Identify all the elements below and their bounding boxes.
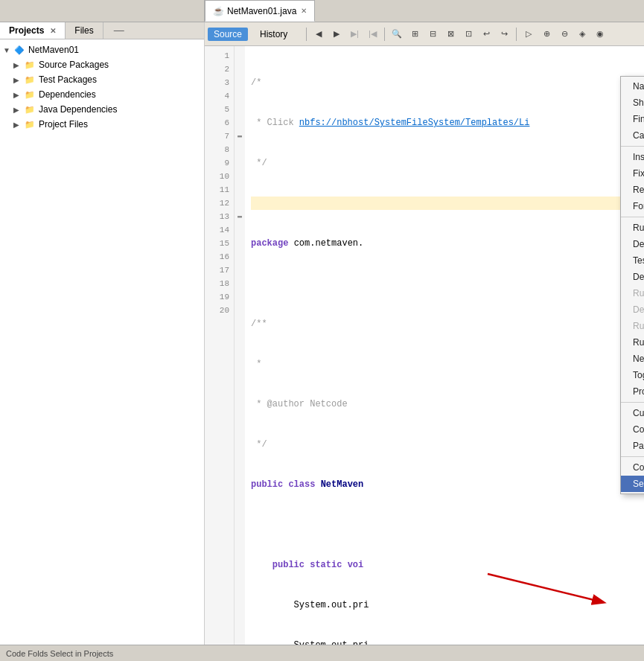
folder-icon: 📁 <box>24 118 36 130</box>
app-container: ☕ NetMaven01.java ✕ Projects ✕ Files — ▼ <box>0 0 644 661</box>
menu-item-run-into-method[interactable]: Run Into Method <box>621 318 644 334</box>
toolbar-btn-6[interactable]: ↪ <box>496 26 512 42</box>
left-panel: Projects ✕ Files — ▼ 🔷 NetMaven01 <box>0 22 205 645</box>
folder-icon: 📁 <box>24 103 36 115</box>
code-content[interactable]: /* * Click nbfs://nbhost/SystemFileSyste… <box>245 46 644 645</box>
folder-icon: 📁 <box>24 59 36 71</box>
tree-item-test-packages[interactable]: ▶ 📁 Test Packages <box>0 72 204 87</box>
menu-item-run-maven[interactable]: Run Maven ▶ <box>621 334 644 351</box>
toolbar-btn-3[interactable]: ⊠ <box>442 26 459 42</box>
toolbar-btn-10[interactable]: ◈ <box>574 26 590 42</box>
menu-item-toggle-breakpoint[interactable]: Toggle Line Breakpoint Ctrl+F8 <box>621 367 644 383</box>
menu-item-show-javadoc[interactable]: Show Javadoc <box>621 95 644 111</box>
code-line-15: System.out.pri <box>251 639 638 645</box>
fold-marker-13[interactable]: ▬ <box>235 210 245 223</box>
menu-item-find-usages-label: Find Usages <box>633 114 644 124</box>
tree-item-java-dependencies-label: Java Dependencies <box>39 104 117 115</box>
toolbar-step-button[interactable]: ▶| <box>346 26 363 42</box>
menu-item-debug-focused-test-label: Debug Focused Test Method <box>633 304 644 315</box>
tree-item-project-files[interactable]: ▶ 📁 Project Files <box>0 117 204 132</box>
code-line-12 <box>251 518 638 531</box>
toolbar-forward-button[interactable]: ▶ <box>328 26 345 42</box>
menu-item-debug-test-file-label: Debug Test File <box>633 272 644 282</box>
menu-item-debug-focused-test[interactable]: Debug Focused Test Method <box>621 301 644 318</box>
menu-item-debug-file[interactable]: Debug File Ctrl+Shift+F5 <box>621 236 644 252</box>
code-line-3: */ <box>251 156 638 170</box>
toolbar-btn-5[interactable]: ↩ <box>478 26 494 42</box>
tab-source[interactable]: Source <box>208 28 248 41</box>
menu-item-profile[interactable]: Profile ▶ <box>621 383 644 400</box>
panel-tab-bar: Projects ✕ Files — <box>0 22 204 39</box>
code-line-9: * @author Netcode <box>251 397 638 411</box>
menu-item-cut-label: Cut <box>633 408 644 418</box>
toolbar-btn-11[interactable]: ◉ <box>592 26 608 42</box>
tree-item-source-packages-label: Source Packages <box>39 60 109 70</box>
editor-file-tab-label: NetMaven01.java <box>227 6 296 16</box>
menu-item-copy-label: Copy <box>633 424 644 435</box>
menu-item-cut[interactable]: Cut Ctrl+X <box>621 405 644 421</box>
menu-item-run-focused-test[interactable]: Run Focused Test Method <box>621 285 644 301</box>
fold-gutter: ▬ ▬ <box>235 46 245 645</box>
menu-item-fix-imports-label: Fix Imports <box>633 168 644 179</box>
tab-history[interactable]: History <box>254 28 293 41</box>
project-tree: ▼ 🔷 NetMaven01 ▶ 📁 Source Packages ▶ 📁 T… <box>0 39 204 645</box>
menu-item-debug-test-file[interactable]: Debug Test File Ctrl+Shift+F6 <box>621 269 644 285</box>
menu-separator-4 <box>621 456 644 457</box>
code-line-13: public static voi <box>251 558 638 572</box>
code-line-14: System.out.pri <box>251 598 638 612</box>
tree-item-dependencies[interactable]: ▶ 📁 Dependencies <box>0 87 204 102</box>
toolbar-btn-7[interactable]: ▷ <box>520 26 537 42</box>
menu-item-debug-file-label: Debug File <box>633 239 644 249</box>
code-line-8: * <box>251 357 638 371</box>
toolbar-btn-9[interactable]: ⊖ <box>556 26 573 42</box>
menu-item-run-file[interactable]: Run File <box>621 220 644 236</box>
menu-item-fix-imports[interactable]: Fix Imports Ctrl+Alt+O <box>621 165 644 182</box>
menu-item-navigate[interactable]: Navigate ▶ <box>621 78 644 95</box>
menu-item-navigate-label: Navigate <box>633 81 644 92</box>
toolbar-back-button[interactable]: ◀ <box>310 26 327 42</box>
panel-tab-projects-close[interactable]: ✕ <box>50 27 56 35</box>
menu-item-format[interactable]: Format Ctrl+Alt+L <box>621 198 644 214</box>
context-menu: Navigate ▶ Show Javadoc Find Usages Alt+… <box>620 76 644 494</box>
toolbar-btn-4[interactable]: ⊡ <box>460 26 476 42</box>
menu-item-call-hierarchy[interactable]: Call Hierarchy <box>621 127 644 144</box>
menu-item-test-file[interactable]: Test File Ctrl+F6 <box>621 252 644 269</box>
main-content: Projects ✕ Files — ▼ 🔷 NetMaven01 <box>0 22 644 645</box>
fold-marker-7[interactable]: ▬ <box>235 130 245 143</box>
menu-item-run-file-label: Run File <box>633 223 644 233</box>
editor-tab-bar: ☕ NetMaven01.java ✕ <box>0 0 644 22</box>
panel-tab-files[interactable]: Files <box>66 22 103 39</box>
toolbar-btn-1[interactable]: ⊞ <box>407 26 423 42</box>
toolbar-btn-8[interactable]: ⊕ <box>538 26 555 42</box>
toolbar-separator-2 <box>384 28 385 41</box>
tree-item-source-packages[interactable]: ▶ 📁 Source Packages <box>0 57 204 72</box>
editor-file-tab-netmaven[interactable]: ☕ NetMaven01.java ✕ <box>205 0 315 22</box>
tree-expand-arrow: ▼ <box>3 46 12 54</box>
tree-item-java-dependencies[interactable]: ▶ 📁 Java Dependencies <box>0 102 204 117</box>
menu-item-refactor[interactable]: Refactor ▶ <box>621 182 644 198</box>
menu-separator-2 <box>621 217 644 217</box>
code-editor[interactable]: 1 2 3 4 5 6 7 8 9 10 11 12 13 14 15 16 1 <box>205 46 644 645</box>
editor-tab-close[interactable]: ✕ <box>301 7 307 15</box>
tree-expand-arrow: ▶ <box>13 91 22 99</box>
menu-item-select-in-projects[interactable]: Select in Projects <box>621 476 644 492</box>
menu-item-run-into-method-label: Run Into Method <box>633 321 644 331</box>
menu-item-run-maven-label: Run Maven <box>633 337 644 348</box>
toolbar-prev-button[interactable]: |◀ <box>364 26 380 42</box>
tree-root-netmaven[interactable]: ▼ 🔷 NetMaven01 <box>0 42 204 57</box>
menu-item-copy[interactable]: Copy Ctrl+C <box>621 421 644 438</box>
menu-item-paste[interactable]: Paste <box>621 438 644 454</box>
code-line-5: package com.netmaven. <box>251 237 638 250</box>
editor-panel: Source History ◀ ▶ ▶| |◀ 🔍 ⊞ ⊟ ⊠ ⊡ ↩ ↪ ▷… <box>205 22 644 645</box>
menu-item-insert-code[interactable]: Insert Code... Alt+Insert <box>621 149 644 165</box>
status-bar-text: Code Folds Select in Projects <box>6 649 113 658</box>
panel-tab-projects[interactable]: Projects ✕ <box>0 22 66 39</box>
menu-item-code-folds[interactable]: Code Folds ▶ <box>621 459 644 476</box>
toolbar-search-button[interactable]: 🔍 <box>389 26 405 42</box>
menu-item-find-usages[interactable]: Find Usages Alt+F7 <box>621 111 644 127</box>
line-numbers: 1 2 3 4 5 6 7 8 9 10 11 12 13 14 15 16 1 <box>205 46 235 645</box>
menu-item-new-watch[interactable]: New Watch... <box>621 351 644 367</box>
code-line-11: public class NetMaven <box>251 478 638 491</box>
panel-minimize-button[interactable]: — <box>109 22 129 39</box>
toolbar-btn-2[interactable]: ⊟ <box>424 26 441 42</box>
